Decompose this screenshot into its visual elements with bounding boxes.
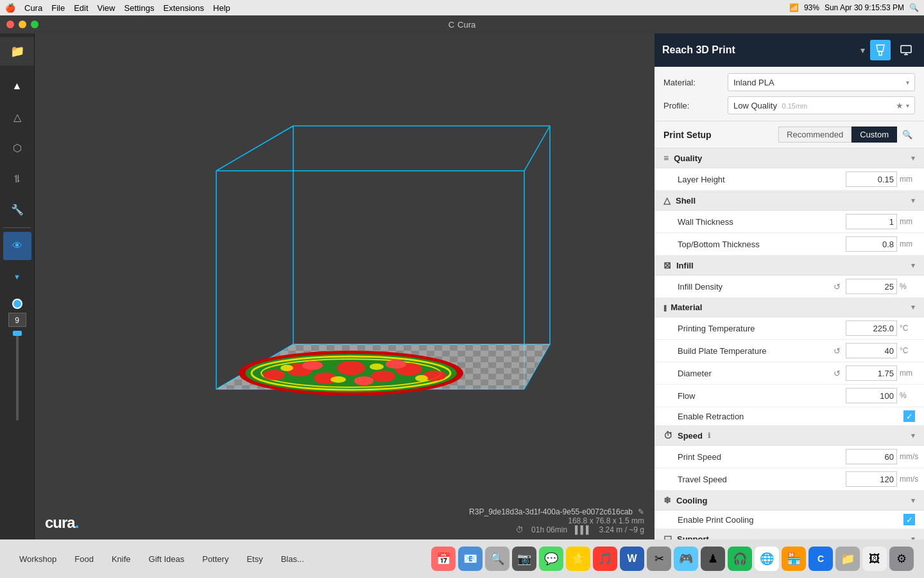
3d-scene bbox=[165, 119, 563, 441]
rotate-icon[interactable]: ⬡ bbox=[3, 134, 31, 162]
minimize-button[interactable] bbox=[19, 21, 26, 28]
dock-music[interactable]: 🎵 bbox=[593, 547, 617, 571]
dock-icons: 📅 📧 🔍 📷 💬 ⭐ 🎵 W ✂ 🎮 ♟ 🎧 🌐 🏪 C 📁 🖼 ⚙ bbox=[431, 547, 914, 571]
speed-category-header[interactable]: ⏱ Speed ℹ ▾ bbox=[654, 426, 924, 446]
speed-info-icon[interactable]: ℹ bbox=[708, 432, 710, 440]
dock-star[interactable]: ⭐ bbox=[566, 547, 590, 571]
quality-category-header[interactable]: ≡ Quality ▾ bbox=[654, 148, 924, 168]
diameter-reset-icon[interactable]: ↺ bbox=[834, 369, 841, 378]
dock-store[interactable]: 🏪 bbox=[782, 547, 806, 571]
profile-dropdown[interactable]: Low Quality 0.15mm ★ ▾ bbox=[728, 96, 915, 114]
menu-settings[interactable]: Settings bbox=[124, 3, 155, 13]
dock-cura[interactable]: C bbox=[809, 547, 833, 571]
print-temp-row: Printing Temperature °C bbox=[654, 317, 924, 340]
print-speed-input[interactable] bbox=[846, 449, 897, 464]
apple-menu[interactable]: 🍎 bbox=[5, 3, 15, 13]
dock-calendar[interactable]: 📅 bbox=[431, 547, 456, 571]
speed-chevron: ▾ bbox=[911, 432, 915, 440]
dock-spotify[interactable]: 🎧 bbox=[728, 547, 752, 571]
edit-icon[interactable]: ✎ bbox=[638, 507, 644, 516]
bookmark-pottery[interactable]: Pottery bbox=[193, 539, 237, 578]
layer-handle[interactable] bbox=[13, 331, 22, 336]
svg-point-25 bbox=[371, 371, 395, 382]
menu-cura[interactable]: Cura bbox=[24, 3, 42, 13]
print-temp-input[interactable] bbox=[846, 320, 897, 336]
wifi-icon: 📶 bbox=[789, 3, 799, 12]
bookmark-knife[interactable]: Knife bbox=[103, 539, 140, 578]
mirror-icon[interactable]: ⥮ bbox=[3, 164, 31, 193]
infill-reset-icon[interactable]: ↺ bbox=[834, 282, 841, 292]
maximize-button[interactable] bbox=[31, 21, 38, 28]
support-category-header[interactable]: ⬓ Support ▾ bbox=[654, 529, 924, 539]
bookmark-food[interactable]: Food bbox=[65, 539, 103, 578]
shell-category-header[interactable]: △ Shell ▾ bbox=[654, 191, 924, 211]
quality-icon: ≡ bbox=[663, 153, 669, 163]
dock-chrome[interactable]: 🌐 bbox=[755, 547, 779, 571]
layer-dot[interactable] bbox=[12, 299, 22, 309]
viewport-status: R3P_9de18d3a-3d1f-400a-9e55-e0072c616cab… bbox=[469, 507, 644, 534]
dock-game[interactable]: 🎮 bbox=[674, 547, 698, 571]
dock-photos[interactable]: 📷 bbox=[512, 547, 536, 571]
view-mode-icon[interactable]: 👁 bbox=[3, 232, 31, 260]
bookmark-gift-ideas[interactable]: Gift Ideas bbox=[140, 539, 194, 578]
recommended-button[interactable]: Recommended bbox=[778, 127, 851, 143]
enable-retraction-row: Enable Retraction ✓ bbox=[654, 407, 924, 426]
dock-mail[interactable]: 📧 bbox=[458, 547, 483, 571]
wall-thickness-input[interactable] bbox=[846, 214, 897, 229]
travel-speed-input[interactable] bbox=[846, 471, 897, 487]
dock-word[interactable]: W bbox=[620, 547, 644, 571]
extruder-icon[interactable] bbox=[870, 40, 891, 60]
diameter-input[interactable] bbox=[846, 365, 897, 381]
dock-settings[interactable]: ⚙ bbox=[889, 547, 914, 571]
dock-messages[interactable]: 💬 bbox=[539, 547, 563, 571]
infill-category-header[interactable]: ⊠ Infill ▾ bbox=[654, 256, 924, 276]
support-icon[interactable]: 🔧 bbox=[3, 195, 31, 223]
bookmark-etsy[interactable]: Etsy bbox=[237, 539, 271, 578]
top-bottom-thickness-input[interactable] bbox=[846, 236, 897, 252]
profile-row: Profile: Low Quality 0.15mm ★ ▾ bbox=[663, 96, 915, 114]
menu-help[interactable]: Help bbox=[213, 3, 230, 13]
folder-icon[interactable]: 📁 bbox=[0, 37, 34, 66]
quality-label: Quality bbox=[674, 153, 702, 163]
custom-button[interactable]: Custom bbox=[851, 127, 897, 143]
menu-extensions[interactable]: Extensions bbox=[163, 3, 204, 13]
viewport[interactable]: R3P_9de18d3a-3d1f-400a-9e55-e0072c616cab… bbox=[35, 33, 654, 539]
dock-preview[interactable]: 🖼 bbox=[862, 547, 887, 571]
svg-marker-36 bbox=[877, 45, 884, 51]
svg-rect-37 bbox=[879, 51, 882, 55]
close-button[interactable] bbox=[6, 21, 14, 28]
monitor-icon[interactable] bbox=[896, 40, 916, 60]
layer-track[interactable] bbox=[16, 331, 19, 421]
travel-speed-label: Travel Speed bbox=[678, 475, 846, 484]
infill-density-input[interactable] bbox=[846, 279, 897, 294]
flow-value: % bbox=[846, 388, 915, 403]
bookmark-workshop[interactable]: Workshop bbox=[10, 539, 65, 578]
menu-edit[interactable]: Edit bbox=[74, 3, 88, 13]
settings-search-icon[interactable]: 🔍 bbox=[900, 127, 915, 143]
scale-icon[interactable]: △ bbox=[3, 103, 31, 131]
move-icon[interactable]: ▲ bbox=[3, 72, 31, 100]
enable-print-cooling-checkbox[interactable]: ✓ bbox=[903, 514, 915, 525]
top-bottom-thickness-unit: mm bbox=[900, 240, 915, 249]
material-dropdown[interactable]: Inland PLA ▾ bbox=[728, 73, 915, 91]
dock-finder[interactable]: 🔍 bbox=[485, 547, 509, 571]
cooling-category-header[interactable]: ❄ Cooling ▾ bbox=[654, 491, 924, 511]
panel-chevron-down[interactable]: ▾ bbox=[860, 45, 865, 55]
dock-folder[interactable]: 📁 bbox=[835, 547, 860, 571]
bookmark-blas[interactable]: Blas... bbox=[272, 539, 313, 578]
chevron-down-icon[interactable]: ▼ bbox=[3, 263, 31, 291]
search-icon[interactable]: 🔍 bbox=[909, 3, 919, 12]
flow-input[interactable] bbox=[846, 388, 897, 403]
build-plate-reset-icon[interactable]: ↺ bbox=[834, 346, 841, 356]
layer-height-input[interactable] bbox=[846, 171, 897, 187]
material-section: Material: Inland PLA ▾ Profile: Low Qual… bbox=[654, 67, 924, 121]
build-plate-temp-input[interactable] bbox=[846, 343, 897, 358]
menu-file[interactable]: File bbox=[51, 3, 65, 13]
dock-chess[interactable]: ♟ bbox=[701, 547, 725, 571]
panel-header: Reach 3D Print ▾ bbox=[654, 33, 924, 67]
dock-scissors[interactable]: ✂ bbox=[647, 547, 671, 571]
menu-view[interactable]: View bbox=[98, 3, 116, 13]
material-category-header[interactable]: ||| Material ▾ bbox=[654, 298, 924, 317]
cura-logo: cura. bbox=[45, 514, 78, 532]
enable-retraction-checkbox[interactable]: ✓ bbox=[903, 410, 915, 422]
